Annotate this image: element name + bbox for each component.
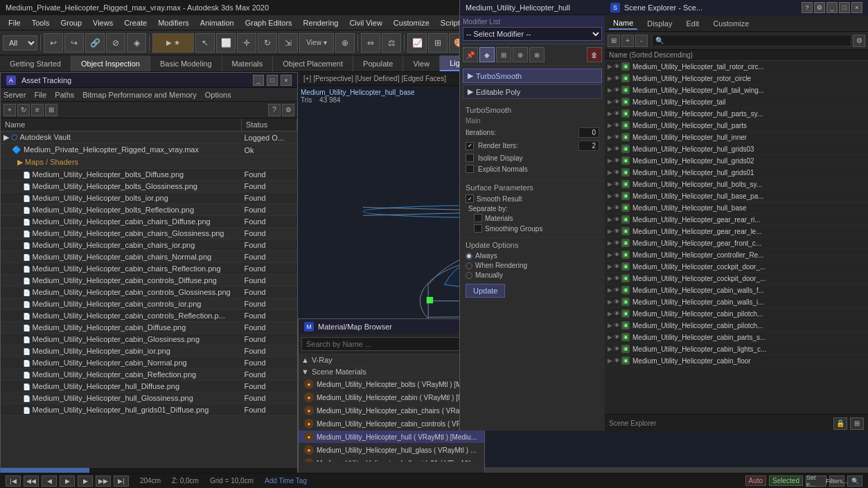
move-button[interactable]: ✛	[237, 33, 256, 53]
scene-settings-button[interactable]: ⚙	[814, 2, 825, 13]
modifier-paste-button[interactable]: ⊗	[529, 47, 544, 62]
when-rendering-radio[interactable]	[466, 262, 472, 269]
tab-basic-modeling[interactable]: Basic Modeling	[150, 55, 222, 71]
mirror-button[interactable]: ⇔	[361, 33, 380, 53]
asset-panel-close[interactable]: ×	[281, 75, 292, 86]
curve-editor-button[interactable]: 📈	[407, 33, 427, 53]
scene-list-item[interactable]: ▶ 👁 ▣ Medium_Utility_Helicopter_tail	[605, 96, 868, 108]
material-list[interactable]: ▲ V-Ray ▼ Scene Materials ● Medium_Utili…	[299, 354, 484, 462]
material-item[interactable]: ● Medium_Utility_Helicopter_hull ( VRayM…	[299, 431, 484, 444]
asset-menu-bitmap[interactable]: Bitmap Performance and Memory	[82, 91, 196, 99]
menu-group[interactable]: Group	[55, 17, 87, 28]
menu-graph-editors[interactable]: Graph Editors	[240, 17, 298, 28]
tab-view[interactable]: View	[403, 55, 440, 71]
scene-sync-button[interactable]: ⊞	[850, 417, 864, 430]
table-row[interactable]: ▶ Maps / Shaders	[1, 156, 297, 169]
scene-list[interactable]: ▶ 👁 ▣ Medium_Utility_Helicopter_tail_rot…	[605, 61, 868, 414]
asset-add-button[interactable]: +	[3, 104, 16, 116]
scene-list-item[interactable]: ▶ 👁 ▣ Medium_Utility_Helicopter_cabin_pa…	[605, 332, 868, 343]
scene-list-item[interactable]: ▶ 👁 ▣ Medium_Utility_Helicopter_cabin_li…	[605, 343, 868, 355]
scene-list-item[interactable]: ▶ 👁 ▣ Medium_Utility_Helicopter_cabin_pi…	[605, 308, 868, 320]
asset-help[interactable]: ?	[268, 104, 281, 116]
always-radio[interactable]	[466, 253, 472, 260]
scene-list-item[interactable]: ▶ 👁 ▣ Medium_Utility_Helicopter_hull_bas…	[605, 190, 868, 202]
asset-list-view[interactable]: ≡	[31, 104, 44, 116]
align-button[interactable]: ⚖	[382, 33, 401, 53]
unlink-button[interactable]: ⊘	[106, 33, 125, 53]
rotate-button[interactable]: ↻	[258, 33, 277, 53]
menu-civil-view[interactable]: Civil View	[344, 17, 387, 28]
menu-customize[interactable]: Customize	[388, 17, 435, 28]
table-row[interactable]: 📄 Medium_Utility_Helicopter_cabin_chairs…	[1, 216, 297, 228]
scene-tab-name[interactable]: Name	[609, 17, 637, 30]
scene-list-item[interactable]: ▶ 👁 ▣ Medium_Utility_Helicopter_tail_rot…	[605, 61, 868, 73]
editable-poly-entry[interactable]: ▶ Editable Poly	[463, 84, 602, 99]
tab-object-inspection[interactable]: Object Inspection	[71, 55, 150, 71]
scene-list-item[interactable]: ▶ 👁 ▣ Medium_Utility_Helicopter_cabin_pi…	[605, 320, 868, 332]
update-button[interactable]: Update	[466, 284, 505, 298]
material-item[interactable]: ● Medium_Utility_Helicopter_cabin_chairs…	[299, 404, 484, 417]
scene-list-item[interactable]: ▶ 👁 ▣ Medium_Utility_Helicopter_cabin_wa…	[605, 296, 868, 308]
zoom-button[interactable]: 🔍	[847, 476, 862, 487]
table-row[interactable]: 📄 Medium_Utility_Helicopter_cabin_contro…	[1, 287, 297, 298]
table-row[interactable]: 📄 Medium_Utility_Helicopter_cabin_contro…	[1, 298, 297, 310]
modifier-delete-button[interactable]: 🗑	[587, 47, 602, 62]
table-row[interactable]: 📄 Medium_Utility_Helicopter_cabin_contro…	[1, 310, 297, 322]
modifier-expand-button[interactable]: ⊞	[496, 47, 511, 62]
asset-table-scroll[interactable]: Name Status ▶ ⬡ Autodesk Vault Logged O.…	[1, 118, 297, 451]
play-start-button[interactable]: |◀	[6, 476, 21, 487]
table-row[interactable]: 📄 Medium_Utility_Helicopter_cabin_Reflec…	[1, 369, 297, 381]
scene-maximize-button[interactable]: □	[839, 2, 850, 13]
smoothing-groups-checkbox[interactable]	[474, 224, 482, 233]
table-row[interactable]: 📄 Medium_Utility_Helicopter_cabin_ior.pn…	[1, 345, 297, 357]
scene-list-item[interactable]: ▶ 👁 ▣ Medium_Utility_Helicopter_gear_fro…	[605, 237, 868, 249]
modifier-copy-button[interactable]: ⊕	[513, 47, 528, 62]
prev-frame-button[interactable]: ◀◀	[24, 476, 39, 487]
modifier-show-button[interactable]: ◆	[479, 47, 495, 62]
bind-space-warp-button[interactable]: ◈	[127, 33, 146, 53]
menu-rendering[interactable]: Rendering	[298, 17, 344, 28]
asset-icon-view[interactable]: ⊞	[45, 104, 57, 116]
scene-list-item[interactable]: ▶ 👁 ▣ Medium_Utility_Helicopter_hull_gri…	[605, 167, 868, 179]
scene-list-item[interactable]: ▶ 👁 ▣ Medium_Utility_Helicopter_hull_bol…	[605, 179, 868, 190]
table-row[interactable]: 📄 Medium_Utility_Helicopter_cabin_chairs…	[1, 240, 297, 251]
scene-filter-button[interactable]: ⊞	[608, 35, 620, 47]
table-row[interactable]: 📄 Medium_Utility_Helicopter_cabin_contro…	[1, 275, 297, 287]
scene-minimize-button[interactable]: _	[826, 2, 838, 13]
modifier-pin-button[interactable]: 📌	[463, 47, 478, 62]
scene-search-bar[interactable]: 🔍	[652, 35, 851, 46]
table-row[interactable]: 📄 Medium_Utility_Helicopter_cabin_chairs…	[1, 263, 297, 275]
undo-button[interactable]: ↩	[44, 33, 63, 53]
menu-tools[interactable]: Tools	[26, 17, 55, 28]
set-key-button[interactable]: Set K...	[806, 476, 826, 487]
asset-menu-options[interactable]: Options	[205, 91, 231, 99]
scene-list-item[interactable]: ▶ 👁 ▣ Medium_Utility_Helicopter_hull_par…	[605, 108, 868, 120]
material-item[interactable]: ● Medium_Utility_Helicopter_cabin_contro…	[299, 417, 484, 431]
scene-list-item[interactable]: ▶ 👁 ▣ Medium_Utility_Helicopter_hull_par…	[605, 120, 868, 132]
smooth-result-checkbox[interactable]: ✓	[466, 195, 474, 203]
menu-animation[interactable]: Animation	[195, 17, 240, 28]
table-row[interactable]: 📄 Medium_Utility_Helicopter_cabin_chairs…	[1, 228, 297, 240]
vray-group[interactable]: ▲ V-Ray	[299, 354, 484, 366]
scene-tab-customize[interactable]: Customize	[709, 18, 753, 29]
render-iters-checkbox[interactable]: ✓	[466, 142, 474, 150]
isoline-checkbox[interactable]	[466, 154, 474, 162]
scene-list-item[interactable]: ▶ 👁 ▣ Medium_Utility_Helicopter_controll…	[605, 249, 868, 261]
menu-file[interactable]: File	[3, 17, 26, 28]
explicit-normals-checkbox[interactable]	[466, 165, 474, 173]
scene-list-item[interactable]: ▶ 👁 ▣ Medium_Utility_Helicopter_cockpit_…	[605, 261, 868, 273]
material-search-input[interactable]	[301, 337, 481, 351]
scene-list-item[interactable]: ▶ 👁 ▣ Medium_Utility_Helicopter_hull_bas…	[605, 202, 868, 214]
scene-materials-group[interactable]: ▼ Scene Materials	[299, 366, 484, 378]
tab-populate[interactable]: Populate	[353, 55, 403, 71]
scale-button[interactable]: ⇲	[278, 33, 298, 53]
asset-panel-maximize[interactable]: □	[267, 75, 278, 86]
table-row[interactable]: 📄 Medium_Utility_Helicopter_bolts_Glossi…	[1, 181, 297, 192]
material-item[interactable]: ● Medium_Utility_Helicopter_hull_grids01…	[299, 457, 484, 462]
table-row[interactable]: 🔷 Medium_Private_Helicopter_Rigged_max_v…	[1, 144, 297, 156]
scene-help-button[interactable]: ?	[801, 2, 813, 13]
scene-close-button[interactable]: ×	[851, 2, 862, 13]
scene-collapse-button[interactable]: -	[635, 35, 648, 47]
scene-list-item[interactable]: ▶ 👁 ▣ Medium_Utility_Helicopter_hull_gri…	[605, 155, 868, 167]
table-row[interactable]: 📄 Medium_Utility_Helicopter_cabin_Diffus…	[1, 322, 297, 334]
